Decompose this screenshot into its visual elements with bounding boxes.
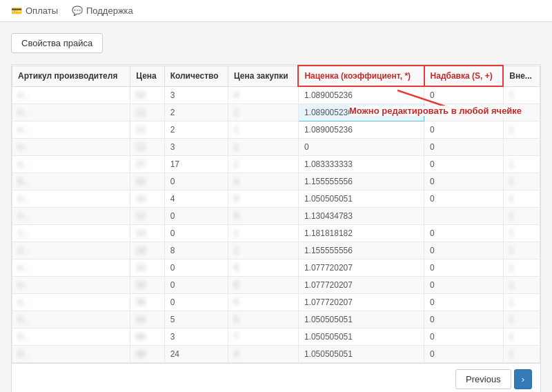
cell-external[interactable]: 1 bbox=[503, 346, 540, 363]
cell-quantity[interactable]: 3 bbox=[164, 139, 228, 156]
cell-quantity[interactable]: 3 bbox=[164, 329, 228, 346]
cell-purchase_price[interactable]: 9 bbox=[228, 208, 298, 225]
cell-quantity[interactable]: 2 bbox=[164, 121, 228, 139]
cell-article[interactable]: 0... bbox=[12, 346, 130, 363]
properties-button[interactable]: Свойства прайса bbox=[11, 33, 103, 53]
cell-quantity[interactable]: 4 bbox=[164, 190, 228, 208]
cell-article[interactable]: 8... bbox=[12, 173, 130, 190]
cell-markup_coeff[interactable]: 1.089005236 bbox=[298, 104, 424, 121]
cell-markup_coeff[interactable]: 1.155555556 bbox=[298, 242, 424, 259]
cell-quantity[interactable]: 5 bbox=[164, 311, 228, 329]
cell-external[interactable]: 1 bbox=[503, 242, 540, 259]
cell-markup_coeff[interactable]: 1.181818182 bbox=[298, 225, 424, 242]
cell-markup_add[interactable]: 0 bbox=[424, 104, 504, 121]
cell-markup_add[interactable]: 0 bbox=[424, 121, 504, 139]
cell-markup_coeff[interactable]: 1.130434783 bbox=[298, 208, 424, 225]
cell-price[interactable]: 11 bbox=[130, 104, 164, 121]
cell-article[interactable]: п... bbox=[12, 104, 130, 121]
cell-markup_add[interactable]: 0 bbox=[424, 277, 504, 294]
cell-markup_add[interactable]: 0 bbox=[424, 329, 504, 346]
cell-price[interactable]: 54 bbox=[130, 311, 164, 329]
cell-external[interactable]: 1 bbox=[503, 294, 540, 311]
next-button[interactable]: › bbox=[514, 369, 532, 389]
cell-article[interactable]: п... bbox=[12, 156, 130, 173]
cell-purchase_price[interactable]: 4 bbox=[228, 346, 298, 363]
cell-purchase_price[interactable]: 4 bbox=[228, 86, 298, 104]
cell-markup_coeff[interactable]: 1.050505051 bbox=[298, 329, 424, 346]
cell-quantity[interactable]: 3 bbox=[164, 86, 228, 104]
nav-payments[interactable]: 💳 Оплаты bbox=[11, 6, 58, 16]
cell-quantity[interactable]: 0 bbox=[164, 277, 228, 294]
prev-button[interactable]: Previous bbox=[455, 369, 511, 389]
cell-markup_add[interactable]: 0 bbox=[424, 242, 504, 259]
cell-external[interactable]: 1 bbox=[503, 225, 540, 242]
cell-external[interactable]: 1 bbox=[503, 259, 540, 277]
cell-markup_coeff[interactable]: 0 bbox=[298, 139, 424, 156]
cell-purchase_price[interactable]: 1 bbox=[228, 121, 298, 139]
cell-article[interactable]: п... bbox=[12, 294, 130, 311]
cell-article[interactable]: п... bbox=[12, 208, 130, 225]
cell-markup_add[interactable]: 0 bbox=[424, 346, 504, 363]
cell-article[interactable]: 0... bbox=[12, 329, 130, 346]
cell-external[interactable] bbox=[503, 139, 540, 156]
cell-markup_coeff[interactable]: 1.050505051 bbox=[298, 311, 424, 329]
cell-price[interactable]: 14 bbox=[130, 225, 164, 242]
cell-markup_add[interactable]: 0 bbox=[424, 86, 504, 104]
cell-price[interactable]: 11 bbox=[130, 121, 164, 139]
cell-external[interactable]: 1 bbox=[503, 173, 540, 190]
cell-external[interactable]: 1 bbox=[503, 86, 540, 104]
cell-quantity[interactable]: 17 bbox=[164, 156, 228, 173]
cell-external[interactable]: 1 bbox=[503, 208, 540, 225]
cell-markup_coeff[interactable]: 1.077720207 bbox=[298, 277, 424, 294]
cell-external[interactable]: 1 bbox=[503, 329, 540, 346]
cell-markup_add[interactable]: 0 bbox=[424, 139, 504, 156]
cell-external[interactable]: 1 bbox=[503, 121, 540, 139]
cell-markup_coeff[interactable]: 1.050505051 bbox=[298, 190, 424, 208]
cell-markup_coeff[interactable]: 1.083333333 bbox=[298, 156, 424, 173]
cell-external[interactable]: 1 bbox=[503, 311, 540, 329]
cell-price[interactable]: 10 bbox=[130, 277, 164, 294]
cell-markup_coeff[interactable]: 1.050505051 bbox=[298, 346, 424, 363]
cell-price[interactable]: 10 bbox=[130, 259, 164, 277]
cell-price[interactable]: 80 bbox=[130, 329, 164, 346]
cell-article[interactable]: п... bbox=[12, 190, 130, 208]
cell-external[interactable]: 1 bbox=[503, 104, 540, 121]
cell-article[interactable]: п... bbox=[12, 86, 130, 104]
cell-markup_coeff[interactable]: 1.077720207 bbox=[298, 294, 424, 311]
cell-article[interactable]: 0... bbox=[12, 311, 130, 329]
cell-article[interactable]: п... bbox=[12, 259, 130, 277]
cell-price[interactable]: 18 bbox=[130, 242, 164, 259]
cell-quantity[interactable]: 0 bbox=[164, 208, 228, 225]
cell-markup_coeff[interactable]: 1.089005236 bbox=[298, 121, 424, 139]
cell-price[interactable]: 48 bbox=[130, 346, 164, 363]
cell-quantity[interactable]: 0 bbox=[164, 259, 228, 277]
cell-markup_add[interactable]: 0 bbox=[424, 225, 504, 242]
cell-purchase_price[interactable]: 1 bbox=[228, 104, 298, 121]
cell-article[interactable]: п... bbox=[12, 121, 130, 139]
cell-quantity[interactable]: 0 bbox=[164, 173, 228, 190]
cell-markup_add[interactable]: 0 bbox=[424, 173, 504, 190]
cell-quantity[interactable]: 8 bbox=[164, 242, 228, 259]
cell-purchase_price[interactable]: 9 bbox=[228, 277, 298, 294]
cell-article[interactable]: п... bbox=[12, 139, 130, 156]
cell-markup_add[interactable]: 0 bbox=[424, 311, 504, 329]
cell-markup_add[interactable]: 0 bbox=[424, 259, 504, 277]
cell-price[interactable]: 52 bbox=[130, 173, 164, 190]
cell-price[interactable]: 10 bbox=[130, 190, 164, 208]
cell-purchase_price[interactable]: 5 bbox=[228, 294, 298, 311]
cell-price[interactable]: 27 bbox=[130, 156, 164, 173]
cell-quantity[interactable]: 24 bbox=[164, 346, 228, 363]
nav-support[interactable]: 💬 Поддержка bbox=[72, 6, 133, 16]
cell-markup_coeff[interactable]: 1.089005236 bbox=[298, 86, 424, 104]
cell-purchase_price[interactable]: 9 bbox=[228, 259, 298, 277]
cell-purchase_price[interactable]: 2 bbox=[228, 156, 298, 173]
cell-markup_add[interactable]: 0 bbox=[424, 156, 504, 173]
cell-article[interactable]: п... bbox=[12, 277, 130, 294]
cell-markup_coeff[interactable]: 1.155555556 bbox=[298, 173, 424, 190]
cell-price[interactable]: 53 bbox=[130, 86, 164, 104]
cell-purchase_price[interactable]: 1 bbox=[228, 139, 298, 156]
cell-external[interactable]: 1 bbox=[503, 277, 540, 294]
cell-price[interactable]: 11 bbox=[130, 139, 164, 156]
cell-article[interactable]: 2... bbox=[12, 242, 130, 259]
cell-purchase_price[interactable]: 5 bbox=[228, 311, 298, 329]
